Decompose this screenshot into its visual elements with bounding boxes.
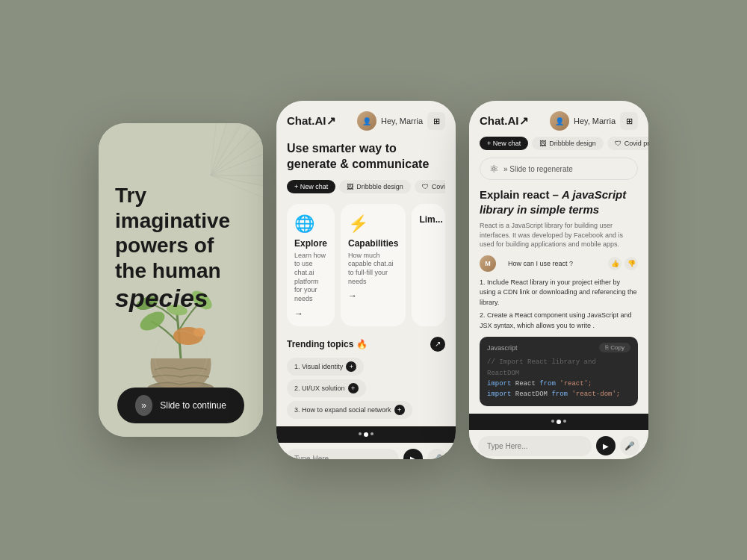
regenerate-pill[interactable]: ⚛ » Slide to regenerate — [480, 158, 638, 180]
phone-2-body: Use smarter way to generate & communicat… — [276, 141, 456, 419]
phone-1-headline: Try imaginative powers of the human spec… — [115, 183, 230, 314]
explore-card[interactable]: 🌐 Explore Learn how to use chat.ai platf… — [287, 204, 335, 326]
nav-dot-3 — [371, 432, 374, 435]
code-block: Javascript ⎘ Copy // Import React librar… — [480, 337, 638, 406]
phone-3-search-input[interactable] — [478, 436, 592, 456]
headline-try: Try — [115, 184, 146, 207]
code-header: Javascript ⎘ Copy — [487, 343, 630, 352]
user-avatar-2: 👤 — [357, 111, 376, 131]
code-language: Javascript — [487, 344, 518, 352]
trending-section: Trending topics 🔥 ↗ 1. Visual identity +… — [287, 337, 445, 419]
image-icon-3: 🖼 — [539, 140, 546, 147]
answer-item-2: 2. Create a React component using JavaSc… — [480, 311, 638, 331]
greeting-2: Hey, Marria — [381, 116, 423, 125]
partial-title: Lim... — [419, 214, 438, 225]
image-icon-2: 🖼 — [347, 183, 353, 190]
from-keyword-2: from — [551, 391, 568, 398]
capabilities-card[interactable]: ⚡ Capabilities How much capable chat.ai … — [341, 204, 406, 326]
chip-dribbble-3[interactable]: 🖼 Dribbble design — [532, 137, 604, 150]
code-comment-line: // Import React library and ReactDOM — [487, 357, 630, 379]
slide-label: Slide to continue — [160, 400, 226, 411]
explain-title: Explain react – A javaScript library in … — [480, 187, 638, 217]
phone-1: Try imaginative powers of the human spec… — [99, 123, 263, 437]
capabilities-title: Capabilities — [348, 238, 398, 249]
mic-button-3[interactable]: 🎤 — [620, 436, 639, 455]
nav-dot-3-3 — [563, 420, 566, 423]
nav-dot-2-active — [364, 432, 368, 437]
explore-title: Explore — [294, 238, 327, 249]
reactdom-string: 'react-dom'; — [571, 391, 620, 398]
copy-button[interactable]: ⎘ Copy — [599, 343, 630, 352]
chip-dribbble-label-2: Dribbble design — [356, 183, 403, 190]
phone-2-bottom-nav — [276, 426, 456, 443]
reactdom-normal: ReactDOM — [515, 391, 552, 398]
main-title-2: Use smarter way to generate & communicat… — [287, 141, 445, 172]
send-button-3[interactable]: ▶ — [596, 436, 616, 455]
send-button-2[interactable]: ▶ — [403, 449, 423, 459]
mic-button-2[interactable]: 🎤 — [427, 449, 447, 459]
thumbs-up-btn[interactable]: 👍 — [608, 257, 622, 270]
phone-2-search-input[interactable] — [285, 449, 399, 459]
chip-covid-3[interactable]: 🛡 Covid prevention — [607, 137, 648, 150]
globe-icon: 🌐 — [294, 214, 327, 234]
header-right-3: 👤 Hey, Marria ⊞ — [550, 111, 638, 131]
phone-2-header: Chat.AI↗ 👤 Hey, Marria ⊞ — [276, 101, 456, 137]
topic-chips: 1. Visual identity + 2. UI/UX solution +… — [287, 358, 445, 419]
phones-container: Try imaginative powers of the human spec… — [99, 101, 648, 459]
slide-button[interactable]: » Slide to continue — [117, 388, 244, 423]
topic-2-label: 2. UI/UX solution — [294, 385, 345, 392]
topic-1[interactable]: 1. Visual identity + — [287, 358, 364, 376]
q-actions: 👍 👎 — [608, 257, 638, 270]
chips-row-2: + New chat 🖼 Dribbble design 🛡 Covid pre… — [287, 180, 445, 193]
settings-button-2[interactable]: ⊞ — [427, 112, 445, 130]
chip-covid-label-2: Covid prevention — [432, 183, 445, 190]
bolt-icon: ⚡ — [348, 214, 398, 234]
import-keyword-2: import — [487, 391, 511, 398]
headline-the-human: the human — [115, 259, 221, 282]
chip-dribbble-2[interactable]: 🖼 Dribbble design — [339, 180, 411, 193]
topic-3[interactable]: 3. How to expand social network + — [287, 401, 412, 419]
code-line-2: import React from 'react'; — [487, 379, 630, 389]
settings-button-3[interactable]: ⊞ — [620, 112, 638, 130]
phone-2-input-row: ▶ 🎤 — [276, 443, 456, 459]
q-avatar: M — [480, 255, 496, 272]
nav-dot-3-1 — [551, 420, 554, 423]
covid-icon-2: 🛡 — [422, 183, 429, 190]
react-string: 'react'; — [560, 380, 592, 388]
trending-title: Trending topics 🔥 — [287, 339, 368, 349]
chat-ai-logo-2: Chat.AI↗ — [287, 114, 336, 128]
topic-2-add[interactable]: + — [348, 383, 359, 393]
headline-powers: powers of — [115, 234, 214, 257]
explain-desc: React is a JavaScript library for buildi… — [480, 221, 638, 249]
headline-imaginative: imaginative — [115, 209, 230, 232]
header-right-2: 👤 Hey, Marria ⊞ — [357, 111, 445, 131]
answer-item-1: 1. Include React library in your project… — [480, 278, 638, 308]
import-keyword-1: import — [487, 380, 511, 388]
nav-dots-3 — [551, 420, 566, 424]
topic-3-add[interactable]: + — [394, 405, 405, 415]
atom-icon: ⚛ — [489, 163, 499, 175]
answer-list: 1. Include React library in your project… — [480, 278, 638, 332]
code-line-3: import ReactDOM from 'react-dom'; — [487, 389, 630, 399]
explain-part1: Explain react – — [480, 188, 559, 201]
trending-arrow-btn[interactable]: ↗ — [430, 337, 445, 352]
thumbs-down-btn[interactable]: 👎 — [624, 257, 638, 270]
nav-dots-2 — [359, 432, 374, 437]
chips-row-3: + New chat 🖼 Dribbble design 🛡 Covid pre… — [469, 137, 648, 150]
chip-dribbble-label-3: Dribbble design — [549, 140, 596, 147]
chip-new-chat-2[interactable]: + New chat — [287, 180, 335, 193]
chip-covid-label-3: Covid prevention — [624, 140, 648, 147]
react-normal: React — [515, 380, 539, 388]
chip-covid-2[interactable]: 🛡 Covid prevention — [415, 180, 445, 193]
phone-3: Chat.AI↗ 👤 Hey, Marria ⊞ + New chat 🖼 Dr… — [469, 101, 648, 459]
chip-new-chat-3[interactable]: + New chat — [480, 137, 528, 150]
capabilities-desc: How much capable chat.ai to full-fill yo… — [348, 252, 398, 287]
topic-2[interactable]: 2. UI/UX solution + — [287, 379, 366, 397]
topic-1-add[interactable]: + — [346, 361, 356, 372]
topic-3-label: 3. How to expand social network — [294, 406, 391, 414]
from-keyword-1: from — [539, 380, 556, 388]
partial-card: Lim... — [412, 204, 445, 326]
explore-desc: Learn how to use chat.ai platform for yo… — [294, 252, 327, 304]
topic-1-label: 1. Visual identity — [294, 363, 343, 370]
nav-dot-3-2-active — [557, 420, 561, 424]
